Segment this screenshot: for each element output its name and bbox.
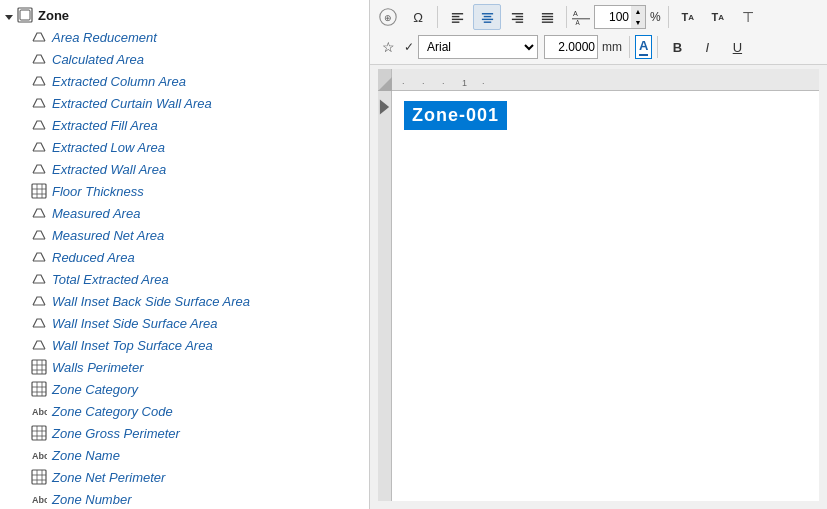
zone-category-code-label: Zone Category Code <box>52 404 173 419</box>
chevron-down-icon <box>4 10 14 20</box>
extracted-fill-area-label: Extracted Fill Area <box>52 118 158 133</box>
ruler-mark-2: · <box>422 78 425 88</box>
tree-item-zone-category-code[interactable]: Abc Zone Category Code <box>0 400 369 422</box>
font-size-input[interactable]: 100 <box>595 6 631 28</box>
zone-name-label: Zone Name <box>52 448 120 463</box>
size-input-container: 2.0000 <box>544 35 598 59</box>
text-color-indicator[interactable]: A <box>635 35 652 59</box>
align-center-button[interactable] <box>473 4 501 30</box>
zone-number-label: Zone Number <box>52 492 131 507</box>
measured-net-area-label: Measured Net Area <box>52 228 164 243</box>
zone-number-icon: Abc <box>30 490 48 508</box>
tree-item-floor-thickness[interactable]: Floor Thickness <box>0 180 369 202</box>
editor-left-gutter <box>378 91 392 501</box>
align-left-button[interactable] <box>443 4 471 30</box>
wall-inset-side-label: Wall Inset Side Surface Area <box>52 316 217 331</box>
tree-item-measured-area[interactable]: Measured Area <box>0 202 369 224</box>
tree-item-zone-net-perimeter[interactable]: Zone Net Perimeter <box>0 466 369 488</box>
font-size-icon: A A <box>572 8 590 26</box>
tree-item-zone-gross-perimeter[interactable]: Zone Gross Perimeter <box>0 422 369 444</box>
extracted-wall-area-icon <box>30 160 48 178</box>
measured-area-icon <box>30 204 48 222</box>
ruler-mark-3: · <box>442 78 445 88</box>
tree-item-area-reducement[interactable]: Area Reducement <box>0 26 369 48</box>
toolbar-row-1: ⊕ Ω <box>374 2 823 32</box>
tree-item-calculated-area[interactable]: Calculated Area <box>0 48 369 70</box>
ruler-track: · · · 1 · <box>392 69 819 90</box>
svg-marker-66 <box>378 77 392 91</box>
walls-perimeter-icon <box>30 358 48 376</box>
toolbar-row-2: ☆ ✓ Arial Times New Roman Calibri 2.0000… <box>374 32 823 62</box>
svg-text:A: A <box>573 9 578 18</box>
ruler-mark-4: · <box>482 78 485 88</box>
zone-category-label: Zone Category <box>52 382 138 397</box>
superscript-button[interactable]: TA <box>674 4 702 30</box>
tree-item-zone-category[interactable]: Zone Category <box>0 378 369 400</box>
special-char-button[interactable]: ⊕ <box>374 4 402 30</box>
tree-item-zone-number[interactable]: Abc Zone Number <box>0 488 369 509</box>
svg-marker-67 <box>380 100 389 115</box>
area-reducement-label: Area Reducement <box>52 30 157 45</box>
editor-text-area[interactable]: Zone-001 <box>392 91 819 501</box>
tree-item-extracted-low-area[interactable]: Extracted Low Area <box>0 136 369 158</box>
extracted-wall-area-label: Extracted Wall Area <box>52 162 166 177</box>
align-justify-button[interactable] <box>533 4 561 30</box>
font-size-spinner: ▲ ▼ <box>631 6 645 28</box>
tree-item-reduced-area[interactable]: Reduced Area <box>0 246 369 268</box>
svg-rect-39 <box>32 470 46 484</box>
subscript-button[interactable]: TA <box>704 4 732 30</box>
wall-inset-side-icon <box>30 314 48 332</box>
underline-button[interactable]: U <box>723 34 751 60</box>
extracted-curtain-wall-area-icon <box>30 94 48 112</box>
tree-item-walls-perimeter[interactable]: Walls Perimeter <box>0 356 369 378</box>
tree-item-wall-inset-side[interactable]: Wall Inset Side Surface Area <box>0 312 369 334</box>
tree-item-extracted-column-area[interactable]: Extracted Column Area <box>0 70 369 92</box>
svg-text:Abc: Abc <box>32 451 47 461</box>
zone-gross-perimeter-label: Zone Gross Perimeter <box>52 426 180 441</box>
tree-item-wall-inset-back-side[interactable]: Wall Inset Back Side Surface Area <box>0 290 369 312</box>
size-input[interactable]: 2.0000 <box>545 36 597 58</box>
svg-text:Abc: Abc <box>32 495 47 505</box>
tree-item-total-extracted-area[interactable]: Total Extracted Area <box>0 268 369 290</box>
text-format-button[interactable]: ⊤ <box>734 4 762 30</box>
ruler-corner <box>378 69 392 90</box>
cursor-gutter-icon <box>378 97 391 117</box>
omega-label: Ω <box>413 10 423 25</box>
tree-item-wall-inset-top[interactable]: Wall Inset Top Surface Area <box>0 334 369 356</box>
separator-4 <box>629 36 630 58</box>
svg-rect-22 <box>32 360 46 374</box>
ruler-corner-icon <box>378 69 392 91</box>
ruler: · · · 1 · <box>378 69 819 91</box>
selected-text[interactable]: Zone-001 <box>404 101 507 130</box>
zone-name-icon: Abc <box>30 446 48 464</box>
star-button[interactable]: ☆ <box>374 34 402 60</box>
svg-text:Abc: Abc <box>32 407 47 417</box>
font-select[interactable]: Arial Times New Roman Calibri <box>418 35 538 59</box>
wall-inset-top-icon <box>30 336 48 354</box>
right-panel: ⊕ Ω <box>370 0 827 509</box>
font-size-down[interactable]: ▼ <box>631 17 645 28</box>
zone-net-perimeter-icon <box>30 468 48 486</box>
omega-button[interactable]: Ω <box>404 4 432 30</box>
tree-item-measured-net-area[interactable]: Measured Net Area <box>0 224 369 246</box>
wall-inset-back-side-label: Wall Inset Back Side Surface Area <box>52 294 250 309</box>
tree-root-zone[interactable]: Zone <box>0 4 369 26</box>
tree-item-extracted-fill-area[interactable]: Extracted Fill Area <box>0 114 369 136</box>
tree-item-extracted-curtain-wall-area[interactable]: Extracted Curtain Wall Area <box>0 92 369 114</box>
svg-rect-27 <box>32 382 46 396</box>
reduced-area-icon <box>30 248 48 266</box>
extracted-column-area-icon <box>30 72 48 90</box>
size-unit: mm <box>600 40 624 54</box>
walls-perimeter-label: Walls Perimeter <box>52 360 144 375</box>
align-right-button[interactable] <box>503 4 531 30</box>
bold-button[interactable]: B <box>663 34 691 60</box>
font-size-up[interactable]: ▲ <box>631 6 645 17</box>
tree-panel: Zone Area Reducement Calculated Area Ext… <box>0 0 370 509</box>
floor-thickness-icon <box>30 182 48 200</box>
extracted-curtain-wall-area-label: Extracted Curtain Wall Area <box>52 96 212 111</box>
total-extracted-area-label: Total Extracted Area <box>52 272 169 287</box>
tree-item-extracted-wall-area[interactable]: Extracted Wall Area <box>0 158 369 180</box>
zone-category-code-icon: Abc <box>30 402 48 420</box>
tree-item-zone-name[interactable]: Abc Zone Name <box>0 444 369 466</box>
italic-button[interactable]: I <box>693 34 721 60</box>
